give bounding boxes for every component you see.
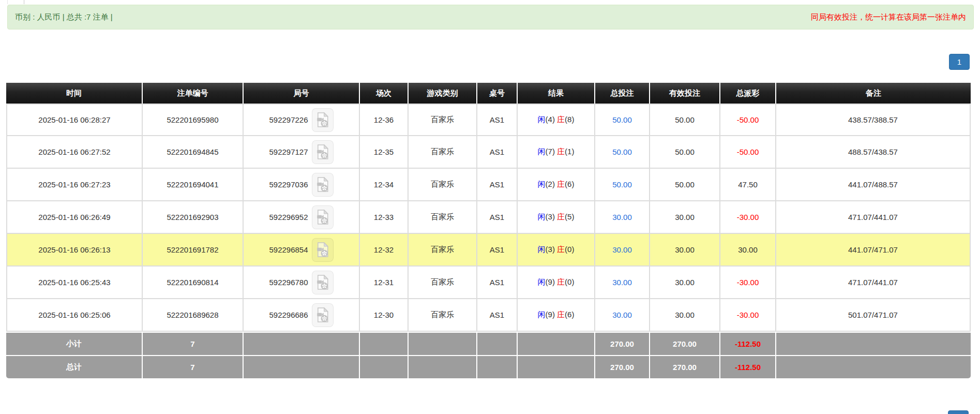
valid-bet-cell: 50.00 xyxy=(650,103,720,136)
film-document-icon xyxy=(316,274,329,290)
game-type-cell: 百家乐 xyxy=(409,201,477,234)
remark-cell: 488.57/438.57 xyxy=(776,136,971,169)
player-label: 闲 xyxy=(538,245,546,254)
banker-label: 庄 xyxy=(557,212,565,221)
time-cell: 2025-01-16 06:25:06 xyxy=(6,299,143,332)
round-id-cell: 592296780 xyxy=(244,267,360,299)
film-document-icon xyxy=(316,176,329,193)
table-id-cell: AS1 xyxy=(477,299,518,332)
scroll-artifact xyxy=(7,0,24,4)
total-bet-link[interactable]: 30.00 xyxy=(612,278,632,287)
table-row: 2025-01-16 06:28:27 522201695980 5922972… xyxy=(6,103,971,136)
total-bet-link[interactable]: 50.00 xyxy=(612,147,632,156)
player-count: (9) xyxy=(546,310,555,319)
banker-count: (1) xyxy=(565,147,574,156)
player-label: 闲 xyxy=(538,277,546,286)
video-replay-button[interactable] xyxy=(312,140,334,164)
total-bet-link[interactable]: 50.00 xyxy=(612,115,632,124)
round-id-cell: 592296854 xyxy=(244,234,360,267)
total-bet-link[interactable]: 30.00 xyxy=(612,310,632,319)
video-replay-button[interactable] xyxy=(312,205,334,229)
bet-id-cell: 522201695980 xyxy=(143,103,244,136)
total-bet-cell: 30.00 xyxy=(595,201,650,234)
video-replay-button[interactable] xyxy=(312,108,334,132)
result-cell: 闲(3) 庄(0) xyxy=(518,234,595,267)
total-bet-link[interactable]: 30.00 xyxy=(612,213,632,221)
round-id-cell: 592297036 xyxy=(244,169,360,201)
video-replay-button[interactable] xyxy=(312,303,334,327)
result-cell: 闲(2) 庄(6) xyxy=(518,169,595,201)
table-id-cell: AS1 xyxy=(477,136,518,169)
col-table-id: 桌号 xyxy=(477,83,518,103)
bet-id-cell: 522201692903 xyxy=(143,201,244,234)
table-row: 2025-01-16 06:26:13 522201691782 5922968… xyxy=(6,234,971,267)
remark-cell: 441.07/471.07 xyxy=(776,234,971,267)
time-cell: 2025-01-16 06:27:23 xyxy=(6,169,143,201)
player-count: (7) xyxy=(546,147,555,156)
round-id-text: 592296854 xyxy=(269,245,308,254)
player-count: (9) xyxy=(546,277,555,286)
banker-count: (0) xyxy=(565,277,574,286)
total-bet-link[interactable]: 30.00 xyxy=(612,245,632,254)
col-total-bet: 总投注 xyxy=(595,83,650,103)
video-replay-button[interactable] xyxy=(312,271,334,294)
bet-id-cell: 522201694041 xyxy=(143,169,244,201)
player-count: (2) xyxy=(546,180,555,188)
subtotal-row: 小计 7 270.00 270.00 -112.50 xyxy=(6,332,971,355)
bet-id-cell: 522201689628 xyxy=(143,299,244,332)
table-row: 2025-01-16 06:25:06 522201689628 5922966… xyxy=(6,299,971,332)
game-type-cell: 百家乐 xyxy=(409,103,477,136)
valid-bet-cell: 30.00 xyxy=(650,299,720,332)
subtotal-payout: -112.50 xyxy=(720,332,776,355)
subtotal-count: 7 xyxy=(143,332,244,355)
film-document-icon xyxy=(316,242,329,258)
total-bet-cell: 30.00 xyxy=(595,267,650,299)
table-id-cell: AS1 xyxy=(477,234,518,267)
player-count: (3) xyxy=(546,245,555,254)
total-bet-link[interactable]: 50.00 xyxy=(612,180,632,189)
player-label: 闲 xyxy=(538,310,546,319)
table-row: 2025-01-16 06:26:49 522201692903 5922969… xyxy=(6,201,971,234)
game-type-cell: 百家乐 xyxy=(409,169,477,201)
round-id-cell: 592296952 xyxy=(244,201,360,234)
col-game-type: 游戏类别 xyxy=(409,83,477,103)
header-row: 时间 注单编号 局号 场次 游戏类别 桌号 结果 总投注 有效投注 总派彩 备注 xyxy=(6,83,971,103)
session-cell: 12-35 xyxy=(360,136,409,169)
col-round-id: 局号 xyxy=(244,83,360,103)
payout-cell: -30.00 xyxy=(720,267,776,299)
film-document-icon xyxy=(316,307,329,323)
time-cell: 2025-01-16 06:25:43 xyxy=(6,267,143,299)
pagination-page-1-bottom[interactable]: 1 xyxy=(948,410,969,414)
pagination-page-1-top[interactable]: 1 xyxy=(949,54,970,70)
player-count: (4) xyxy=(546,115,555,124)
bet-id-cell: 522201690814 xyxy=(143,267,244,299)
total-bet-cell: 30.00 xyxy=(595,234,650,267)
total-row: 总计 7 270.00 270.00 -112.50 xyxy=(6,355,971,378)
col-valid-bet: 有效投注 xyxy=(650,83,720,103)
total-count: 7 xyxy=(143,355,244,378)
banker-label: 庄 xyxy=(557,115,565,124)
round-id-cell: 592297127 xyxy=(244,136,360,169)
banker-label: 庄 xyxy=(557,180,565,188)
video-replay-button[interactable] xyxy=(312,173,334,197)
time-cell: 2025-01-16 06:28:27 xyxy=(6,103,143,136)
total-bet-cell: 50.00 xyxy=(595,103,650,136)
payout-cell: -30.00 xyxy=(720,299,776,332)
remark-cell: 438.57/388.57 xyxy=(776,103,971,136)
time-cell: 2025-01-16 06:26:13 xyxy=(6,234,143,267)
round-id-cell: 592297226 xyxy=(244,103,360,136)
game-type-cell: 百家乐 xyxy=(409,299,477,332)
result-cell: 闲(3) 庄(5) xyxy=(518,201,595,234)
banker-count: (6) xyxy=(565,310,574,319)
col-time: 时间 xyxy=(6,83,143,103)
remark-cell: 471.07/441.07 xyxy=(776,201,971,234)
round-id-text: 592296686 xyxy=(269,310,308,319)
remark-cell: 441.07/488.57 xyxy=(776,169,971,201)
total-label: 总计 xyxy=(6,355,143,378)
session-cell: 12-31 xyxy=(360,267,409,299)
video-replay-button[interactable] xyxy=(312,238,334,262)
table-body: 2025-01-16 06:28:27 522201695980 5922972… xyxy=(6,103,971,332)
banker-count: (5) xyxy=(565,212,574,221)
game-type-cell: 百家乐 xyxy=(409,136,477,169)
banker-label: 庄 xyxy=(557,147,565,156)
